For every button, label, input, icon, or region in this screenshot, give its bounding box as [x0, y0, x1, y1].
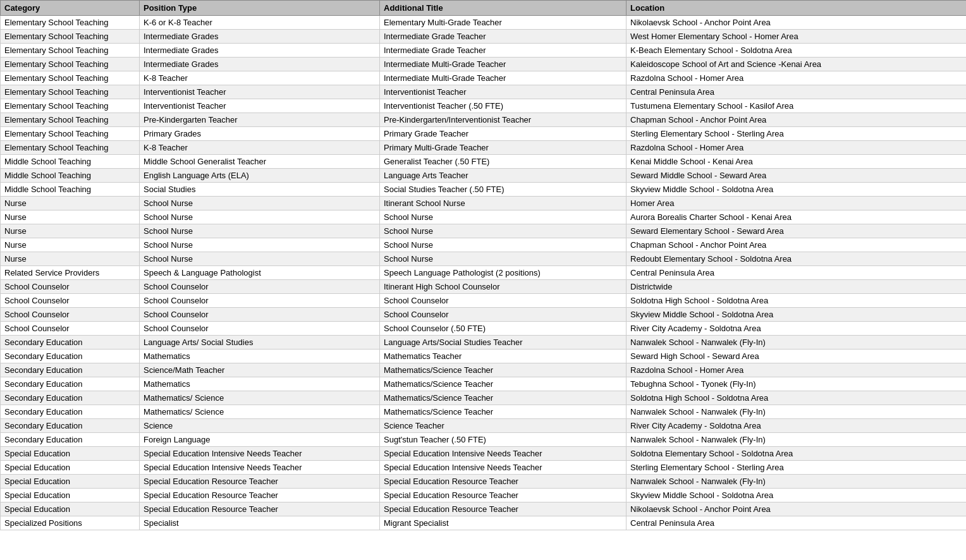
table-cell: Razdolna School - Homer Area: [627, 363, 967, 377]
table-cell: Aurora Borealis Charter School - Kenai A…: [627, 210, 967, 224]
table-cell: Foreign Language: [140, 433, 380, 447]
table-cell: Itinerant High School Counselor: [380, 280, 627, 294]
table-cell: Mathematics/ Science: [140, 391, 380, 405]
table-row: Elementary School TeachingInterventionis…: [1, 85, 967, 99]
table-row: Secondary EducationMathematics/ ScienceM…: [1, 391, 967, 405]
table-cell: Social Studies: [140, 183, 380, 197]
table-row: NurseSchool NurseItinerant School NurseH…: [1, 197, 967, 210]
table-cell: Intermediate Grades: [140, 44, 380, 58]
table-cell: Redoubt Elementary School - Soldotna Are…: [627, 252, 967, 266]
table-cell: School Counselor: [1, 322, 140, 336]
table-cell: Special Education Intensive Needs Teache…: [140, 461, 380, 475]
table-cell: Special Education: [1, 475, 140, 489]
table-cell: River City Academy - Soldotna Area: [627, 419, 967, 433]
table-cell: Generalist Teacher (.50 FTE): [380, 155, 627, 169]
table-row: Secondary EducationForeign LanguageSugt'…: [1, 433, 967, 447]
header-category: Category: [1, 1, 140, 16]
table-cell: School Counselor: [1, 280, 140, 294]
table-cell: Mathematics: [140, 377, 380, 391]
table-row: Secondary EducationScienceScience Teache…: [1, 419, 967, 433]
table-cell: Mathematics/Science Teacher: [380, 405, 627, 419]
table-cell: Mathematics/Science Teacher: [380, 377, 627, 391]
table-cell: Science Teacher: [380, 419, 627, 433]
table-cell: Language Arts Teacher: [380, 169, 627, 183]
table-cell: School Counselor: [1, 294, 140, 308]
table-cell: Nikolaevsk School - Anchor Point Area: [627, 16, 967, 30]
header-additional-title: Additional Title: [380, 1, 627, 16]
table-cell: Elementary Multi-Grade Teacher: [380, 16, 627, 30]
table-cell: Language Arts/ Social Studies: [140, 336, 380, 350]
table-cell: Special Education: [1, 461, 140, 475]
table-cell: Secondary Education: [1, 405, 140, 419]
table-cell: Elementary School Teaching: [1, 99, 140, 113]
table-cell: School Counselor: [140, 280, 380, 294]
table-row: Related Service ProvidersSpeech & Langua…: [1, 266, 967, 280]
table-row: Elementary School TeachingPre-Kindergart…: [1, 113, 967, 127]
table-cell: Nikolaevsk School - Anchor Point Area: [627, 502, 967, 516]
table-cell: Itinerant School Nurse: [380, 197, 627, 210]
table-cell: K-8 Teacher: [140, 141, 380, 155]
table-cell: Intermediate Grade Teacher: [380, 44, 627, 58]
table-cell: Razdolna School - Homer Area: [627, 141, 967, 155]
table-cell: K-6 or K-8 Teacher: [140, 16, 380, 30]
table-cell: School Nurse: [380, 224, 627, 238]
table-cell: Special Education Intensive Needs Teache…: [380, 447, 627, 461]
table-row: School CounselorSchool CounselorSchool C…: [1, 322, 967, 336]
table-cell: Nurse: [1, 210, 140, 224]
table-row: Elementary School TeachingK-8 TeacherPri…: [1, 141, 967, 155]
table-cell: School Nurse: [140, 224, 380, 238]
table-cell: Special Education: [1, 502, 140, 516]
table-row: School CounselorSchool CounselorItineran…: [1, 280, 967, 294]
table-cell: School Nurse: [140, 197, 380, 210]
table-cell: Elementary School Teaching: [1, 71, 140, 85]
table-cell: School Nurse: [140, 238, 380, 252]
table-cell: Secondary Education: [1, 391, 140, 405]
table-cell: Speech & Language Pathologist: [140, 266, 380, 280]
table-row: Elementary School TeachingIntermediate G…: [1, 30, 967, 44]
table-cell: Elementary School Teaching: [1, 127, 140, 141]
table-row: Special EducationSpecial Education Resou…: [1, 475, 967, 489]
header-location: Location: [627, 1, 967, 16]
table-cell: Mathematics Teacher: [380, 350, 627, 363]
table-cell: River City Academy - Soldotna Area: [627, 322, 967, 336]
table-cell: School Nurse: [140, 210, 380, 224]
table-cell: Special Education Resource Teacher: [380, 489, 627, 502]
table-row: NurseSchool NurseSchool NurseAurora Bore…: [1, 210, 967, 224]
table-cell: Pre-Kindergarten/Interventionist Teacher: [380, 113, 627, 127]
table-row: Secondary EducationMathematicsMathematic…: [1, 377, 967, 391]
table-cell: Chapman School - Anchor Point Area: [627, 113, 967, 127]
table-row: NurseSchool NurseSchool NurseChapman Sch…: [1, 238, 967, 252]
table-cell: Mathematics/ Science: [140, 405, 380, 419]
table-row: Specialized PositionsSpecialistMigrant S…: [1, 516, 967, 530]
table-row: School CounselorSchool CounselorSchool C…: [1, 308, 967, 322]
table-cell: Special Education Resource Teacher: [380, 502, 627, 516]
table-cell: Sterling Elementary School - Sterling Ar…: [627, 127, 967, 141]
table-cell: Middle School Generalist Teacher: [140, 155, 380, 169]
table-cell: Special Education Intensive Needs Teache…: [140, 447, 380, 461]
table-row: Special EducationSpecial Education Resou…: [1, 502, 967, 516]
table-cell: Soldotna High School - Soldotna Area: [627, 294, 967, 308]
table-cell: School Nurse: [380, 238, 627, 252]
table-cell: Interventionist Teacher (.50 FTE): [380, 99, 627, 113]
table-cell: Nanwalek School - Nanwalek (Fly-In): [627, 405, 967, 419]
table-row: Elementary School TeachingIntermediate G…: [1, 44, 967, 58]
table-cell: School Counselor: [140, 322, 380, 336]
table-cell: West Homer Elementary School - Homer Are…: [627, 30, 967, 44]
table-cell: Intermediate Grades: [140, 30, 380, 44]
table-cell: Special Education Resource Teacher: [140, 502, 380, 516]
table-cell: Pre-Kindergarten Teacher: [140, 113, 380, 127]
table-cell: Seward High School - Seward Area: [627, 350, 967, 363]
table-cell: Secondary Education: [1, 350, 140, 363]
table-cell: Sugt'stun Teacher (.50 FTE): [380, 433, 627, 447]
table-cell: Soldotna Elementary School - Soldotna Ar…: [627, 447, 967, 461]
table-row: NurseSchool NurseSchool NurseSeward Elem…: [1, 224, 967, 238]
table-cell: Nanwalek School - Nanwalek (Fly-In): [627, 433, 967, 447]
table-body: Elementary School TeachingK-6 or K-8 Tea…: [1, 16, 967, 530]
table-cell: Elementary School Teaching: [1, 30, 140, 44]
table-cell: School Counselor: [140, 294, 380, 308]
header-position-type: Position Type: [140, 1, 380, 16]
table-cell: School Nurse: [140, 252, 380, 266]
table-cell: Mathematics/Science Teacher: [380, 391, 627, 405]
table-cell: Special Education: [1, 489, 140, 502]
table-cell: Secondary Education: [1, 336, 140, 350]
